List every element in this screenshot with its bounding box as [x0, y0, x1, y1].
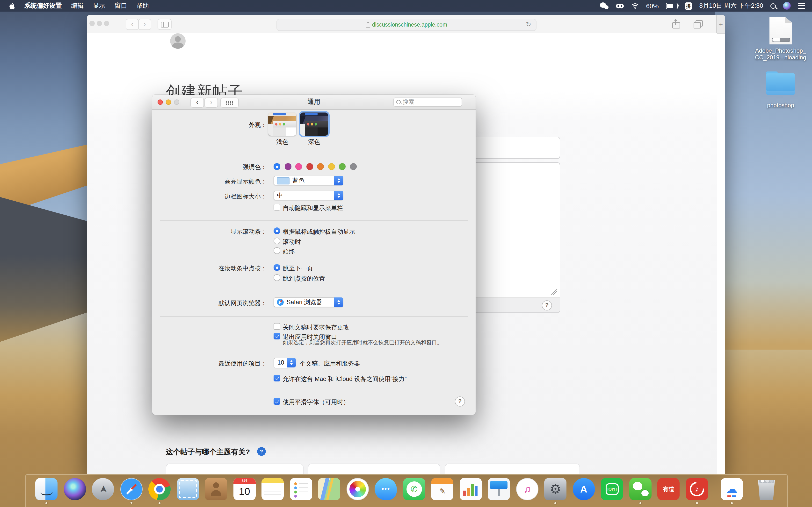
zoom-button[interactable] [104, 21, 109, 26]
share-button[interactable] [671, 19, 681, 29]
ask-save-checkbox[interactable] [273, 323, 280, 330]
font-smoothing-checkbox[interactable] [273, 398, 280, 405]
mask-icon[interactable] [616, 3, 624, 9]
divider [160, 391, 468, 391]
input-source-icon[interactable]: 拼 [685, 2, 692, 9]
desktop-folder-icon[interactable] [766, 73, 795, 95]
trash-dock-icon[interactable] [755, 478, 778, 500]
recent-items-value[interactable]: 10 [273, 358, 288, 369]
siri-icon[interactable] [783, 2, 791, 10]
menu-app-name[interactable]: 系统偏好设置 [24, 1, 62, 10]
accent-color-1[interactable] [285, 163, 291, 170]
search-field[interactable]: 搜索 [394, 97, 462, 107]
recent-items-label: 最近使用的项目： [152, 360, 267, 368]
appearance-label: 外观： [152, 121, 267, 129]
handoff-checkbox[interactable] [273, 375, 280, 382]
numbers-dock-icon[interactable] [460, 478, 482, 500]
launchpad-dock-icon[interactable]: ➤ [92, 478, 114, 500]
tabs-overview-button[interactable] [693, 19, 704, 29]
reload-icon[interactable]: ↻ [526, 20, 531, 28]
siri-dock-icon[interactable] [64, 478, 86, 500]
iqiyi-dock-icon[interactable]: iQIYI [601, 478, 623, 500]
chrome-dock-icon[interactable] [149, 478, 171, 500]
menu-help[interactable]: 帮助 [136, 1, 149, 10]
appearance-light-option[interactable] [268, 113, 296, 136]
accent-color-7[interactable] [350, 163, 356, 170]
itunes-dock-icon[interactable]: ♫ [516, 478, 539, 500]
highlight-swatch [277, 177, 290, 184]
user-avatar [170, 33, 186, 49]
default-browser-label: 默认网页浏览器： [152, 299, 267, 307]
apple-menu-icon[interactable] [9, 2, 15, 9]
wechat-dock-icon[interactable] [629, 478, 652, 500]
jump-to-spot-radio[interactable] [273, 274, 280, 281]
keynote-dock-icon[interactable] [488, 478, 510, 500]
menu-edit[interactable]: 编辑 [71, 1, 84, 10]
finder-dock-icon[interactable] [36, 478, 58, 500]
contacts-dock-icon[interactable] [205, 478, 227, 500]
scrollbars-auto-radio[interactable] [273, 227, 280, 234]
safari-dock-icon[interactable] [120, 478, 143, 500]
dock: ➤8月10•••✆✎♫⚙AiQIYI有道♪☁ [25, 474, 788, 507]
resize-handle-icon[interactable] [551, 289, 557, 295]
sidebar-toggle-button[interactable] [158, 19, 171, 30]
accent-color-4[interactable] [317, 163, 324, 170]
topic-help-button[interactable]: ? [257, 447, 266, 456]
accent-color-6[interactable] [339, 163, 346, 170]
desktop-folder-label[interactable]: photoshop [756, 102, 805, 109]
notification-center-icon[interactable] [798, 3, 805, 8]
scrollbars-always-radio[interactable] [273, 247, 280, 254]
autohide-menubar-checkbox[interactable] [273, 204, 280, 211]
topic-card-macos[interactable]: macOS Mojave [166, 463, 304, 474]
battery-icon[interactable] [666, 3, 678, 9]
spotlight-icon[interactable] [770, 3, 776, 8]
accent-color-0[interactable] [273, 163, 280, 170]
editor-help-button[interactable]: ? [542, 300, 552, 311]
mail-dock-icon[interactable] [177, 478, 199, 500]
forward-button[interactable]: › [138, 19, 151, 30]
minimize-button[interactable] [97, 21, 102, 26]
wifi-icon[interactable] [631, 3, 639, 9]
pages-dock-icon[interactable]: ✎ [432, 478, 454, 500]
scrollbars-when-scrolling-radio[interactable] [273, 237, 280, 244]
appstore-dock-icon[interactable]: A [573, 478, 595, 500]
close-button[interactable] [89, 21, 95, 26]
desktop-file-label[interactable]: Adobe_Photoshop_ CC_2019...nloading [754, 47, 807, 61]
messages-dock-icon[interactable]: ••• [375, 478, 397, 500]
menu-clock[interactable]: 8月10日 周六 下午2:30 [699, 1, 763, 10]
accent-color-5[interactable] [328, 163, 335, 170]
help-button[interactable]: ? [455, 396, 465, 406]
sidebar-size-popup[interactable]: 中 [273, 191, 343, 201]
prefs-dock-icon[interactable]: ⚙ [545, 478, 567, 500]
topic-card-macbook[interactable]: MacBook [308, 463, 440, 474]
address-bar[interactable]: discussionschinese.apple.com ↻ [276, 18, 537, 31]
scrollbars-label: 显示滚动条： [152, 228, 267, 236]
new-tab-button[interactable]: + [716, 15, 725, 33]
jump-next-page-radio[interactable] [273, 264, 280, 271]
menu-window[interactable]: 窗口 [114, 1, 127, 10]
accent-color-2[interactable] [295, 163, 302, 170]
topic-card-iphone[interactable]: 使用 iPhone [445, 463, 580, 474]
netease-dock-icon[interactable]: ♪ [686, 478, 708, 500]
baidu-dock-icon[interactable]: ☁ [721, 478, 743, 500]
close-windows-checkbox[interactable] [273, 333, 280, 339]
calendar-dock-icon[interactable]: 8月10 [234, 478, 256, 500]
accent-color-3[interactable] [306, 163, 313, 170]
youdao-dock-icon[interactable]: 有道 [658, 478, 680, 500]
notes-dock-icon[interactable] [262, 478, 284, 500]
photos-dock-icon[interactable] [347, 478, 369, 500]
default-browser-popup[interactable]: Safari 浏览器 [273, 297, 343, 307]
maps-dock-icon[interactable] [318, 478, 341, 500]
back-button[interactable]: ‹ [126, 19, 139, 30]
facetime-dock-icon[interactable]: ✆ [403, 478, 425, 500]
wechat-status-icon[interactable] [600, 2, 609, 9]
stepper-arrows-icon[interactable] [287, 358, 296, 368]
appearance-dark-option[interactable] [300, 113, 328, 136]
close-windows-note: 如果选定，则当您再次打开应用时就不会恢复已打开的文稿和窗口。 [283, 339, 442, 346]
menu-view[interactable]: 显示 [93, 1, 105, 10]
recent-items-suffix: 个文稿、应用和服务器 [300, 360, 360, 368]
safari-icon [277, 299, 284, 306]
accent-label: 强调色： [152, 163, 267, 171]
highlight-color-popup[interactable]: 蓝色 [273, 176, 343, 185]
reminders-dock-icon[interactable] [290, 478, 312, 500]
